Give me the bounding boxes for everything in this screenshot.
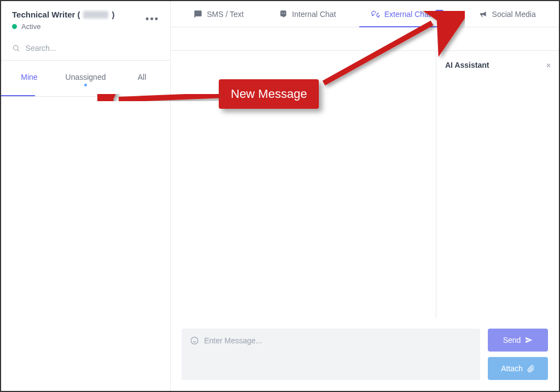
chat-messages	[171, 51, 436, 319]
search-icon	[12, 44, 20, 52]
unassigned-indicator-icon	[84, 84, 87, 86]
tab-internal-chat[interactable]: Internal Chat	[271, 1, 343, 27]
app-frame: Technical Writer ( ) Active ••• Mine Una…	[0, 0, 560, 392]
composer: Send Attach	[171, 319, 559, 391]
message-input[interactable]	[204, 336, 471, 354]
sidebar: Technical Writer ( ) Active ••• Mine Una…	[1, 1, 171, 391]
filter-tab-unassigned[interactable]: Unassigned	[57, 61, 114, 96]
external-chat-icon	[371, 10, 380, 19]
filter-tab-all-label: All	[138, 73, 147, 81]
tab-sms-label: SMS / Text	[207, 10, 243, 19]
filter-tab-unassigned-label: Unassigned	[66, 73, 106, 81]
composer-actions: Send Attach	[488, 329, 548, 380]
internal-chat-icon	[279, 10, 288, 19]
tab-sms[interactable]: SMS / Text	[186, 1, 251, 27]
ai-assistant-close[interactable]: ✕	[546, 62, 551, 69]
user-title-suffix: )	[112, 10, 114, 19]
external-badge: 1	[435, 10, 444, 18]
user-title: Technical Writer ( )	[12, 10, 114, 19]
message-input-wrapper[interactable]	[182, 329, 480, 380]
main-area: SMS / Text Internal Chat External Chat 1…	[171, 1, 559, 391]
emoji-icon[interactable]	[190, 336, 199, 345]
svg-point-0	[13, 45, 18, 50]
send-button-label: Send	[503, 336, 521, 344]
sidebar-header: Technical Writer ( ) Active •••	[1, 1, 170, 36]
status-row[interactable]: Active	[12, 22, 114, 31]
more-button[interactable]: •••	[145, 10, 159, 25]
attach-button[interactable]: Attach	[488, 357, 548, 380]
tab-internal-label: Internal Chat	[292, 10, 336, 19]
filter-tab-mine[interactable]: Mine	[1, 61, 57, 96]
user-info: Technical Writer ( ) Active	[12, 10, 114, 31]
filter-tabs: Mine Unassigned All	[1, 61, 170, 97]
top-tabs: SMS / Text Internal Chat External Chat 1…	[171, 1, 559, 27]
ai-assistant-title: AI Assistant	[445, 61, 550, 69]
svg-point-4	[191, 337, 198, 344]
tab-external-label: External Chat	[384, 10, 431, 19]
chat-area	[171, 51, 436, 319]
conversation-list	[1, 97, 170, 391]
send-button[interactable]: Send	[488, 329, 548, 352]
status-label: Active	[21, 22, 40, 31]
user-title-redacted	[83, 11, 108, 19]
sms-icon	[194, 10, 202, 19]
tab-external-chat[interactable]: External Chat 1	[364, 1, 451, 27]
tab-social-media[interactable]: Social Media	[471, 1, 544, 27]
ai-assistant-panel: AI Assistant ✕	[436, 51, 559, 319]
attach-button-label: Attach	[501, 364, 523, 373]
tab-social-label: Social Media	[492, 10, 536, 19]
status-dot-icon	[12, 24, 17, 29]
send-icon	[525, 336, 533, 344]
filter-tab-mine-label: Mine	[21, 73, 37, 81]
svg-line-1	[18, 50, 19, 51]
svg-point-3	[282, 13, 283, 14]
filter-tab-all[interactable]: All	[114, 61, 170, 96]
svg-point-2	[284, 13, 285, 14]
search-input[interactable]	[26, 44, 159, 52]
search-wrapper[interactable]	[1, 36, 170, 61]
attach-icon	[527, 365, 535, 372]
user-title-prefix: Technical Writer (	[12, 10, 80, 19]
bullhorn-icon	[479, 10, 488, 19]
content-row: AI Assistant ✕	[171, 50, 559, 319]
